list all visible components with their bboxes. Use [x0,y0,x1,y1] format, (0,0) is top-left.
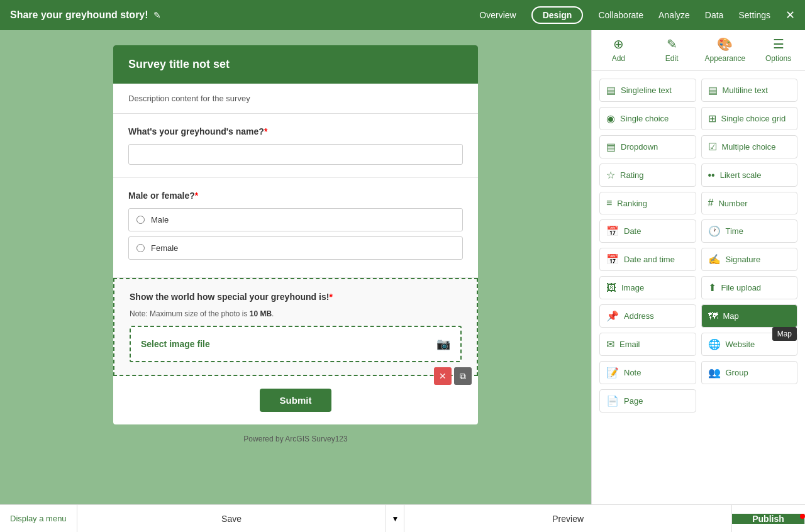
qtype-page[interactable]: 📄 Page [599,389,696,413]
qtype-time-label: Time [726,226,743,236]
qtype-number[interactable]: # Number [701,192,798,214]
survey-title: Survey title not set [128,58,230,70]
add-tab-icon: ⊕ [613,36,624,52]
tab-options-label: Options [765,54,791,63]
likert-scale-icon: •• [708,170,715,181]
submit-button[interactable]: Submit [260,389,332,412]
qtype-file-upload[interactable]: ⬆ File upload [701,276,798,299]
dropdown-icon: ▤ [606,141,616,153]
save-button-group: Save ▼ [77,505,405,532]
qtype-rating-label: Rating [620,170,644,180]
qtype-date-and-time-label: Date and time [624,255,675,264]
save-dropdown-button[interactable]: ▼ [386,505,404,532]
question-2-block: Male or female?* Male Female [113,178,478,278]
qtype-signature[interactable]: ✍ Signature [701,248,798,271]
qtype-likert-scale-label: Likert scale [720,170,762,180]
radio-male[interactable]: Male [128,208,463,231]
single-choice-grid-icon: ⊞ [708,113,716,125]
map-icon: 🗺 [708,311,718,322]
bottom-bar: Display a menu Save ▼ Preview Publish [0,504,805,532]
nav-design[interactable]: Design [531,6,584,24]
ranking-icon: ≡ [606,197,612,209]
qtype-date[interactable]: 📅 Date [599,219,696,243]
delete-question-button[interactable]: ✕ [434,367,452,385]
select-image-button[interactable]: Select image file [141,339,210,349]
qtype-map-label: Map [723,311,739,321]
multiple-choice-icon: ☑ [708,141,717,153]
radio-female[interactable]: Female [128,236,463,260]
group-icon: 👥 [708,367,721,379]
question-2-label: Male or female?* [128,191,463,201]
top-nav: Share your greyhound story! ✎ Overview D… [0,0,805,30]
qtype-image-label: Image [621,283,644,292]
number-icon: # [708,197,714,209]
preview-button[interactable]: Preview [404,505,732,532]
tab-add-label: Add [612,54,625,63]
appearance-tab-icon: 🎨 [717,36,733,52]
tab-appearance-label: Appearance [705,54,746,63]
edit-tab-icon: ✎ [667,36,677,52]
rating-icon: ☆ [606,169,615,181]
publish-indicator-dot [800,514,805,519]
question-2-wrapper: Male or female?* Male Female 2 [113,178,478,278]
qtype-multiline-text-label: Multiline text [723,86,768,95]
qtype-single-choice-grid[interactable]: ⊞ Single choice grid [701,107,798,130]
radio-female-input[interactable] [136,244,145,252]
nav-overview[interactable]: Overview [479,10,516,20]
qtype-singleline-text[interactable]: ▤ Singleline text [599,79,696,102]
qtype-image[interactable]: 🖼 Image [599,276,696,299]
question-3-required: * [329,292,332,302]
qtype-multiple-choice-label: Multiple choice [722,142,776,152]
nav-links: Overview Design Collaborate Analyze Data… [479,6,795,24]
tab-options[interactable]: ☰ Options [752,30,805,70]
time-icon: 🕐 [708,225,721,237]
publish-button[interactable]: Publish [732,514,805,524]
nav-collaborate[interactable]: Collaborate [598,10,643,20]
save-button[interactable]: Save [77,505,386,532]
share-icon[interactable]: ✕ [786,8,795,22]
question-1-label: What's your greyhound's name?* [128,126,463,136]
qtype-single-choice[interactable]: ◉ Single choice [599,107,696,130]
main-layout: Survey title not set Description content… [0,30,805,532]
display-menu-area[interactable]: Display a menu [0,505,77,532]
qtype-note[interactable]: 📝 Note [599,361,696,384]
question-1-input[interactable] [128,144,463,165]
qtype-date-label: Date [624,226,641,236]
nav-analyze[interactable]: Analyze [658,10,690,20]
nav-settings[interactable]: Settings [738,10,770,20]
single-choice-icon: ◉ [606,113,615,125]
tab-appearance[interactable]: 🎨 Appearance [699,30,752,70]
qtype-time[interactable]: 🕐 Time [701,219,798,243]
submit-area: Submit [113,376,478,424]
qtype-singleline-text-label: Singleline text [621,86,672,95]
qtype-dropdown[interactable]: ▤ Dropdown [599,135,696,158]
address-icon: 📌 [606,310,619,322]
qtype-address[interactable]: 📌 Address [599,304,696,328]
options-tab-icon: ☰ [773,36,784,52]
radio-male-label: Male [151,215,169,224]
qtype-map[interactable]: 🗺 Map Map [701,304,798,328]
qtype-page-label: Page [624,396,643,406]
qtype-rating[interactable]: ☆ Rating [599,163,696,187]
qtype-email[interactable]: ✉ Email [599,333,696,356]
qtype-group[interactable]: 👥 Group [701,361,798,384]
copy-question-button[interactable]: ⧉ [454,367,472,385]
tab-add[interactable]: ⊕ Add [592,30,645,70]
email-icon: ✉ [606,338,614,350]
edit-title-icon[interactable]: ✎ [153,10,161,20]
qtype-ranking[interactable]: ≡ Ranking [599,192,696,214]
qtype-ranking-label: Ranking [617,199,647,208]
qtype-likert-scale[interactable]: •• Likert scale [701,163,798,187]
qtype-date-and-time[interactable]: 📅 Date and time [599,248,696,271]
qtype-note-label: Note [624,368,641,377]
survey-card: Survey title not set Description content… [113,45,478,424]
nav-data[interactable]: Data [705,10,724,20]
tab-edit[interactable]: ✎ Edit [645,30,699,70]
qtype-multiline-text[interactable]: ▤ Multiline text [701,79,798,102]
radio-male-input[interactable] [136,216,145,224]
qtype-multiple-choice[interactable]: ☑ Multiple choice [701,135,798,158]
camera-icon-button[interactable]: 📷 [436,337,450,351]
survey-description-text: Description content for the survey [128,94,250,103]
qtype-address-label: Address [624,311,654,321]
qtype-email-label: Email [619,340,640,349]
